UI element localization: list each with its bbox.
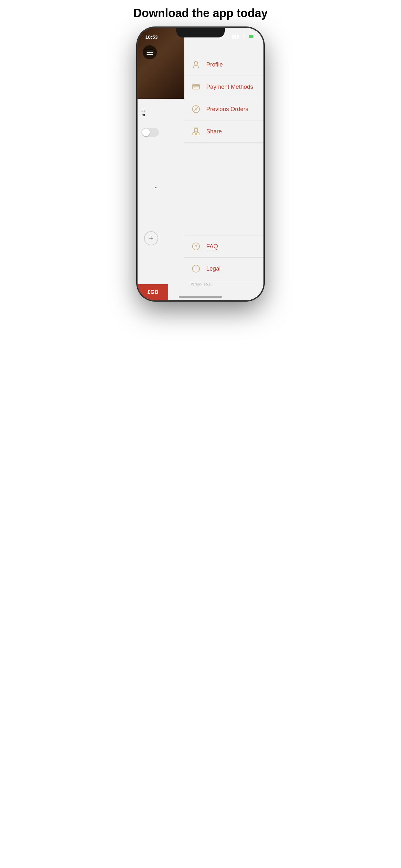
legal-icon: i <box>191 264 201 274</box>
svg-rect-14 <box>193 133 195 135</box>
menu-item-faq[interactable]: ? FAQ <box>184 236 264 258</box>
menu-item-legal[interactable]: i Legal <box>184 258 264 280</box>
faq-icon: ? <box>191 241 201 252</box>
toggle-switch[interactable] <box>142 128 159 137</box>
wifi-icon <box>242 35 247 39</box>
toggle-knob <box>142 128 150 136</box>
svg-point-11 <box>195 108 197 110</box>
menu-item-orders-label: Previous Orders <box>206 106 248 113</box>
svg-rect-15 <box>197 133 199 135</box>
add-button[interactable]: + <box>144 231 158 245</box>
svg-rect-2 <box>249 35 253 38</box>
drawer-footer: ? FAQ i Legal Version: 1.5.10 <box>184 235 264 300</box>
svg-point-0 <box>244 38 244 38</box>
service-value: m <box>142 113 179 117</box>
menu-item-payment-label: Payment Methods <box>206 84 253 90</box>
price-badge: £GB <box>137 284 168 300</box>
chevron-up-icon[interactable]: ⌃ <box>154 186 158 192</box>
page-title: Download the app today <box>127 6 274 20</box>
menu-list: Profile Payment Methods <box>184 54 264 144</box>
svg-rect-4 <box>192 85 199 89</box>
menu-item-share[interactable]: Share <box>184 120 264 143</box>
left-service-area: CE m <box>137 105 183 121</box>
service-label: CE <box>142 109 179 113</box>
drawer-spacer <box>184 144 264 235</box>
svg-rect-12 <box>194 128 197 132</box>
share-icon <box>191 126 201 136</box>
status-icons: ▋▋▋ <box>232 35 256 39</box>
home-indicator <box>179 296 222 298</box>
menu-item-profile-label: Profile <box>206 61 223 68</box>
menu-item-payment[interactable]: Payment Methods <box>184 76 264 98</box>
signal-icon: ▋▋▋ <box>232 35 240 39</box>
profile-icon <box>191 59 201 70</box>
svg-text:?: ? <box>195 244 197 249</box>
menu-item-orders[interactable]: Previous Orders <box>184 98 264 120</box>
plus-icon: + <box>149 235 153 242</box>
phone-screen: 10:53 ▋▋▋ <box>137 28 264 300</box>
menu-item-legal-label: Legal <box>206 266 220 272</box>
hamburger-button[interactable] <box>143 45 157 59</box>
menu-item-profile[interactable]: Profile <box>184 54 264 76</box>
phone-notch <box>176 28 225 37</box>
menu-item-share-label: Share <box>206 128 222 135</box>
phone-frame: 10:53 ▋▋▋ <box>137 28 264 300</box>
payment-icon <box>191 82 201 92</box>
menu-item-faq-label: FAQ <box>206 243 218 250</box>
orders-icon <box>191 104 201 114</box>
side-drawer: Profile Payment Methods <box>184 28 264 300</box>
hamburger-line-2 <box>147 52 153 53</box>
status-time: 10:53 <box>145 34 158 40</box>
battery-icon <box>249 35 256 39</box>
hamburger-line-1 <box>147 50 153 51</box>
version-text: Version: 1.5.10 <box>184 280 264 287</box>
svg-text:i: i <box>196 267 197 271</box>
hamburger-line-3 <box>147 54 153 55</box>
price-badge-text: £GB <box>148 289 158 295</box>
